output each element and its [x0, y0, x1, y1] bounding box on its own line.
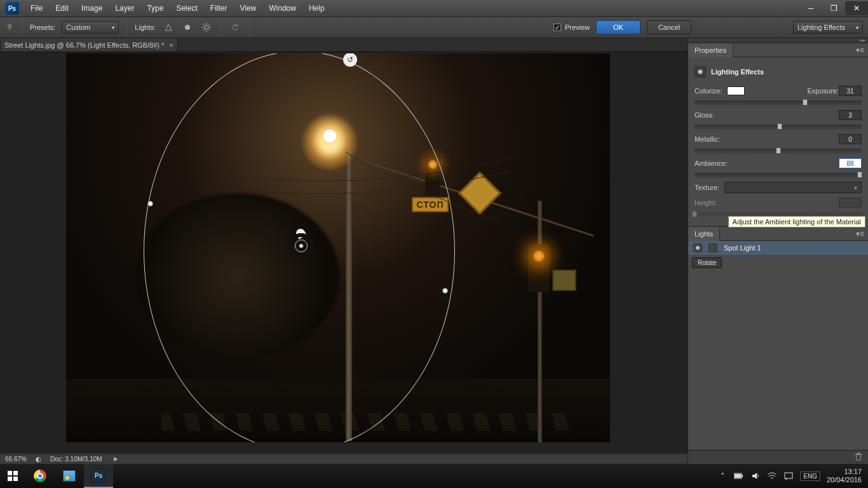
action-center-icon[interactable] [783, 471, 794, 481]
menu-layer[interactable]: Layer [109, 0, 140, 17]
reset-light-icon[interactable] [229, 21, 241, 34]
clock-date: 20/04/2016 [827, 476, 862, 484]
trash-icon[interactable] [854, 452, 863, 463]
properties-tab[interactable]: Properties ▾≡ [688, 43, 868, 57]
svg-point-2 [185, 25, 190, 30]
resize-handle[interactable] [147, 201, 153, 207]
traffic-light [528, 244, 550, 292]
menu-edit[interactable]: Edit [49, 0, 75, 17]
resize-handle[interactable] [442, 288, 448, 294]
ambience-slider[interactable] [695, 173, 862, 178]
menu-image[interactable]: Image [75, 0, 109, 17]
lights-tab-label[interactable]: Lights [688, 227, 720, 241]
photoshop-icon: Ps [91, 468, 106, 482]
lights-label: Lights: [135, 24, 155, 31]
light-center[interactable] [288, 233, 314, 259]
volume-icon[interactable] [750, 471, 761, 481]
tooltip: Adjust the Ambient lighting of the Mater… [728, 216, 865, 227]
light-point-icon[interactable] [181, 21, 194, 34]
metallic-slider[interactable] [695, 149, 862, 154]
height-value [839, 198, 862, 208]
light-infinite-icon[interactable] [200, 21, 213, 34]
start-button[interactable] [0, 464, 25, 488]
light-item[interactable]: Spot Light 1 [688, 241, 868, 255]
minimize-button[interactable]: ─ [799, 1, 822, 15]
menu-filter[interactable]: Filter [204, 0, 234, 17]
lights-panel: Lights ▾≡ Spot Light 1 Rotate [688, 226, 868, 464]
app-logo: Ps [5, 2, 19, 15]
cancel-button[interactable]: Cancel [647, 20, 691, 34]
metallic-value[interactable]: 0 [839, 134, 862, 144]
panel-menu-icon[interactable]: ▾≡ [856, 46, 864, 55]
preview-label: Preview [565, 24, 590, 31]
visibility-icon[interactable] [693, 243, 702, 252]
taskbar-photoviewer[interactable] [55, 464, 84, 488]
ambience-value[interactable]: 88 [839, 158, 862, 168]
tray-overflow-icon[interactable]: ˄ [717, 471, 728, 481]
wifi-icon[interactable] [767, 471, 777, 481]
system-tray: ˄ ENG 13:17 20/04/2016 [711, 468, 868, 484]
colorize-label: Colorize: [695, 87, 722, 95]
workspace-dropdown[interactable]: Lighting Effects ♦ [793, 21, 863, 34]
metallic-label: Metallic: [695, 135, 720, 143]
photo-viewer-icon [63, 470, 76, 482]
gloss-slider[interactable] [695, 125, 862, 130]
options-bar: Presets: Custom ▾ Lights: ✓ Preview OK C… [0, 17, 868, 38]
work-area: СТОП ↺ [0, 52, 688, 464]
language-indicator[interactable]: ENG [800, 471, 820, 481]
preview-checkbox[interactable]: ✓ [553, 24, 561, 31]
battery-icon[interactable] [734, 471, 744, 481]
colorize-swatch[interactable] [727, 86, 745, 95]
clock-time: 13:17 [827, 468, 862, 476]
light-spot-icon[interactable] [162, 21, 175, 34]
rotate-handle[interactable]: ↺ [343, 53, 357, 67]
exposure-value[interactable]: 31 [839, 86, 862, 96]
svg-rect-1 [8, 29, 11, 31]
window-controls: ─ ❐ ✕ [799, 1, 868, 15]
svg-rect-6 [735, 474, 741, 478]
properties-title: Lighting Effects [711, 68, 764, 76]
height-label: Height: [695, 199, 717, 207]
panels: ▸▸ Properties ▾≡ ☀ Lighting Effects Colo… [688, 38, 868, 464]
panel-menu-icon[interactable]: ▾≡ [856, 229, 864, 238]
doc-info-menu[interactable]: ▶ [114, 456, 118, 462]
taskbar-photoshop[interactable]: Ps [84, 464, 113, 488]
menu-type[interactable]: Type [140, 0, 170, 17]
doc-profile-icon[interactable]: ◐ [36, 456, 41, 463]
light-item-name: Spot Light 1 [724, 244, 761, 252]
menu-view[interactable]: View [233, 0, 262, 17]
document-tab-title: Street Lights.jpg @ 66.7% (Light Effects… [4, 41, 164, 49]
menu-file[interactable]: File [24, 0, 49, 17]
close-tab-icon[interactable]: × [169, 41, 173, 49]
presets-label: Presets: [30, 24, 55, 31]
menu-bar: Ps File Edit Image Layer Type Select Fil… [0, 0, 868, 17]
chevron-down-icon: ♦ [856, 25, 858, 30]
taskbar-chrome[interactable] [25, 464, 55, 488]
restore-button[interactable]: ❐ [822, 1, 845, 15]
light-type-icon [709, 243, 717, 252]
close-button[interactable]: ✕ [845, 1, 868, 15]
gloss-value[interactable]: 3 [839, 110, 862, 120]
presets-dropdown[interactable]: Custom ▾ [62, 21, 119, 34]
zoom-level[interactable]: 66.67% [5, 456, 27, 463]
workspace-value: Lighting Effects [797, 24, 845, 31]
svg-rect-5 [742, 475, 743, 477]
lights-panel-footer [688, 450, 868, 464]
clock[interactable]: 13:17 20/04/2016 [827, 468, 862, 484]
texture-label: Texture: [695, 184, 719, 191]
svg-point-3 [205, 25, 208, 29]
canvas[interactable]: СТОП ↺ [66, 53, 610, 442]
tool-icon [5, 23, 14, 32]
menu-help[interactable]: Help [302, 0, 331, 17]
ambience-label: Ambience: [695, 159, 728, 167]
doc-info: Doc: 3.10M/3.10M [50, 456, 102, 463]
properties-tab-label: Properties [688, 43, 733, 57]
menu-select[interactable]: Select [170, 0, 203, 17]
preview-toggle[interactable]: ✓ Preview [553, 24, 590, 31]
document-tab[interactable]: Street Lights.jpg @ 66.7% (Light Effects… [0, 37, 178, 51]
ok-button[interactable]: OK [596, 20, 641, 34]
menu-window[interactable]: Window [262, 0, 302, 17]
texture-dropdown[interactable]: ▾ [724, 182, 862, 193]
exposure-slider[interactable] [695, 100, 862, 105]
gloss-label: Gloss: [695, 111, 714, 119]
